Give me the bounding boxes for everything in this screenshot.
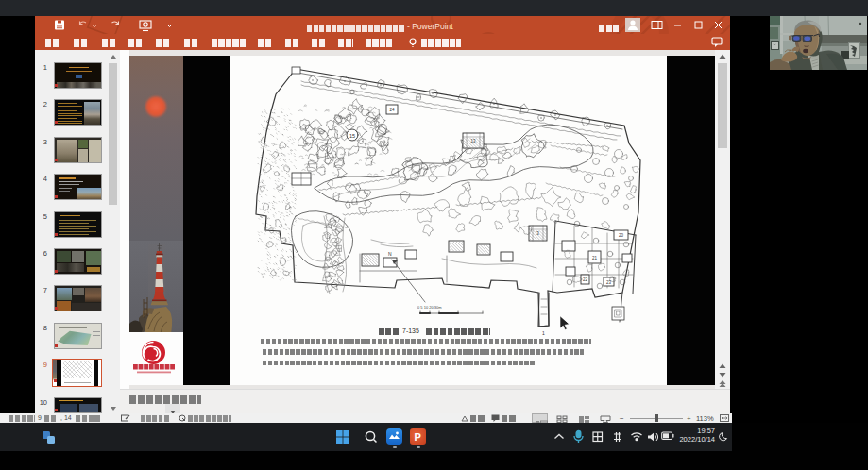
svg-text:0 5 10 20 30m: 0 5 10 20 30m [417,305,442,310]
svg-text:1: 1 [542,330,545,336]
svg-text:22: 22 [583,277,588,282]
svg-text:21: 21 [592,256,598,260]
svg-text:15: 15 [349,133,355,139]
svg-text:N: N [388,251,392,257]
svg-text:20: 20 [619,233,624,238]
svg-text:23: 23 [606,280,612,285]
svg-text:24: 24 [389,108,395,112]
